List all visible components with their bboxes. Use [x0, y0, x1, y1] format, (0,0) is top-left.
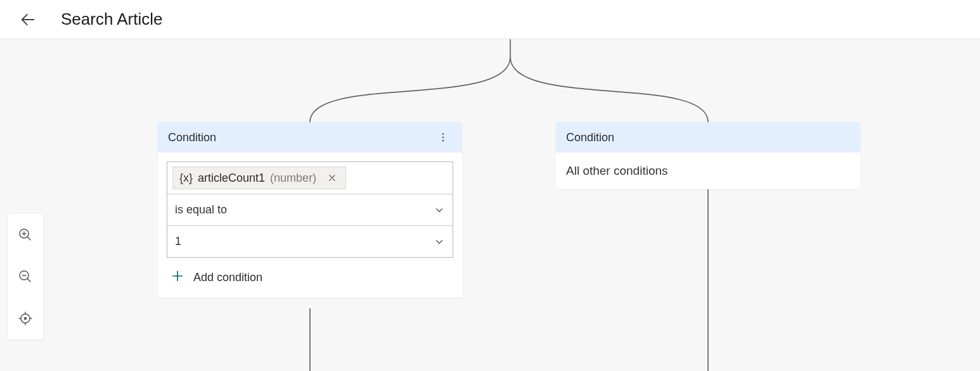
chevron-down-icon — [434, 236, 445, 248]
target-icon — [18, 311, 33, 326]
operator-label: is equal to — [175, 203, 227, 217]
variable-type: (number) — [270, 172, 316, 185]
zoom-out-button[interactable] — [8, 256, 43, 298]
variable-name: articleCount1 — [198, 172, 265, 185]
zoom-in-icon — [18, 227, 33, 242]
zoom-in-button[interactable] — [8, 214, 43, 256]
svg-point-2 — [442, 140, 444, 142]
all-other-text: All other conditions — [566, 164, 668, 177]
recenter-button[interactable] — [8, 298, 43, 339]
plus-icon — [171, 269, 184, 286]
condition-card-header: Condition — [158, 122, 462, 153]
condition-heading: Condition — [168, 131, 216, 144]
top-bar: Search Article — [0, 0, 980, 39]
all-other-body: All other conditions — [556, 153, 860, 189]
condition-body: {x} articleCount1 (number) is equal to — [158, 153, 462, 298]
svg-point-6 — [24, 317, 27, 320]
operator-dropdown[interactable]: is equal to — [167, 194, 453, 225]
flow-canvas[interactable]: Condition {x} articleCount1 (number) — [0, 39, 980, 371]
svg-point-0 — [442, 133, 444, 135]
svg-point-1 — [442, 137, 444, 139]
back-button[interactable] — [10, 2, 46, 37]
add-condition-button[interactable]: Add condition — [167, 269, 453, 286]
arrow-left-icon — [19, 11, 37, 28]
condition-card-header: Condition — [556, 122, 860, 153]
condition-heading: Condition — [566, 131, 614, 144]
remove-variable-button[interactable] — [325, 171, 339, 185]
condition-card-left[interactable]: Condition {x} articleCount1 (number) — [158, 122, 462, 298]
canvas-toolbar — [8, 214, 43, 339]
variable-chip[interactable]: {x} articleCount1 (number) — [172, 167, 346, 189]
value-label: 1 — [175, 235, 181, 248]
value-dropdown[interactable]: 1 — [167, 225, 453, 257]
page-title: Search Article — [61, 9, 162, 29]
condition-box: {x} articleCount1 (number) is equal to — [167, 161, 453, 258]
dots-vertical-icon — [437, 132, 449, 143]
add-condition-label: Add condition — [193, 271, 262, 284]
condition-card-right[interactable]: Condition All other conditions — [556, 122, 860, 189]
condition-variable-row[interactable]: {x} articleCount1 (number) — [167, 162, 453, 194]
variable-icon: {x} — [179, 172, 193, 185]
card-menu-button[interactable] — [434, 129, 452, 146]
close-icon — [328, 173, 337, 182]
chevron-down-icon — [434, 204, 445, 216]
zoom-out-icon — [18, 269, 33, 284]
